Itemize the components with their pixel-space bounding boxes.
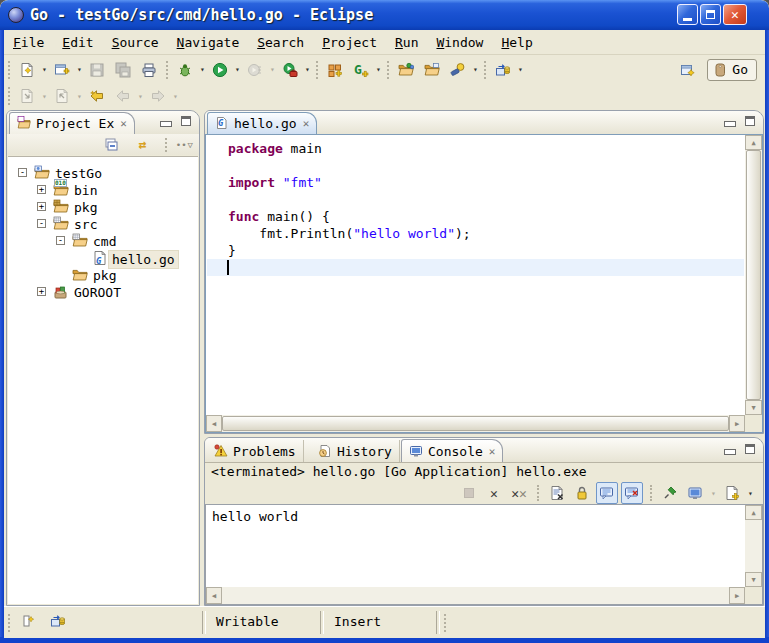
scroll-right-button[interactable]: ▶	[729, 587, 745, 604]
expand-expander[interactable]: +	[37, 202, 46, 211]
tab-problems[interactable]: Problems	[207, 440, 304, 462]
editor-tab-close-icon[interactable]: ✕	[303, 117, 310, 130]
tab-hello-go[interactable]: G hello.go ✕	[207, 112, 317, 134]
scroll-left-button[interactable]: ◀	[206, 587, 222, 604]
toolbar-grip[interactable]	[165, 138, 167, 152]
minimize-view-button[interactable]	[160, 121, 172, 127]
external-tools-button[interactable]	[277, 58, 303, 82]
menu-project[interactable]: Project	[313, 33, 386, 52]
menu-file[interactable]: File	[4, 33, 53, 52]
scroll-lock-button[interactable]	[571, 482, 593, 504]
import-button[interactable]	[393, 58, 419, 82]
toolbar-grip[interactable]	[537, 485, 539, 501]
debug-button[interactable]	[172, 58, 198, 82]
synchronize-button[interactable]	[490, 58, 516, 82]
scrollbar-thumb[interactable]	[746, 150, 761, 400]
next-annotation-button[interactable]	[14, 84, 40, 108]
print-button[interactable]	[136, 58, 162, 82]
tab-console[interactable]: Console ✕	[401, 439, 503, 462]
menu-navigate[interactable]: Navigate	[168, 33, 249, 52]
expand-expander[interactable]: +	[37, 287, 46, 296]
synchronize-status-icon[interactable]	[50, 613, 66, 629]
new-wizard-button[interactable]	[14, 58, 40, 82]
back-button[interactable]	[110, 84, 136, 108]
scroll-right-button[interactable]: ▶	[729, 415, 745, 432]
debug-dropdown[interactable]: ▾	[198, 65, 207, 74]
project-explorer-close-icon[interactable]: ✕	[120, 117, 127, 130]
new-go-dropdown[interactable]: ▾	[374, 65, 383, 74]
editor-vertical-scrollbar[interactable]: ▲ ▼	[745, 135, 762, 415]
last-edit-location-button[interactable]	[84, 84, 110, 108]
console-tab-close-icon[interactable]: ✕	[489, 445, 496, 458]
remove-launch-button[interactable]: ✕	[483, 482, 505, 504]
tab-project-explorer[interactable]: Project Ex ✕	[9, 112, 135, 134]
display-console-dropdown[interactable]: ▾	[709, 489, 718, 498]
scroll-up-button[interactable]: ▲	[745, 135, 762, 150]
collapse-all-button[interactable]	[99, 135, 125, 155]
save-button[interactable]	[84, 58, 110, 82]
new-wizard-dropdown[interactable]: ▾	[40, 65, 49, 74]
console-output-area[interactable]: hello world ▲ ▼ ◀ ▶	[205, 504, 763, 605]
maximize-console-button[interactable]	[745, 444, 755, 454]
previous-annotation-button[interactable]	[49, 84, 75, 108]
toolbar-grip[interactable]	[484, 61, 486, 79]
maximize-view-button[interactable]	[181, 116, 191, 126]
save-all-button[interactable]	[110, 58, 136, 82]
toolbar-grip[interactable]	[8, 87, 10, 105]
show-stderr-toggle[interactable]	[621, 482, 643, 504]
external-tools-dropdown[interactable]: ▾	[303, 65, 312, 74]
tree-item-cmd[interactable]: - cmd	[8, 233, 198, 250]
toolbar-grip[interactable]	[166, 61, 168, 79]
export-button[interactable]	[419, 58, 445, 82]
view-menu-button[interactable]: •• ▽	[176, 140, 193, 150]
scroll-down-button[interactable]: ▼	[745, 572, 762, 587]
collapse-expander[interactable]: -	[18, 168, 27, 177]
fast-view-icon[interactable]	[20, 613, 36, 629]
clear-console-button[interactable]	[546, 482, 568, 504]
menu-run[interactable]: Run	[386, 33, 427, 52]
tree-item-goroot[interactable]: + GOROOT	[8, 284, 198, 301]
next-annotation-dropdown[interactable]: ▾	[40, 92, 49, 101]
previous-annotation-dropdown[interactable]: ▾	[75, 92, 84, 101]
maximize-editor-button[interactable]	[745, 116, 755, 126]
tree-item-testgo[interactable]: - testGo	[8, 165, 198, 182]
forward-button[interactable]	[145, 84, 171, 108]
tree-item-pkg[interactable]: + pkg	[8, 199, 198, 216]
tree-label-bin[interactable]: bin	[71, 182, 100, 199]
console-vertical-scrollbar[interactable]: ▲ ▼	[745, 505, 762, 587]
profile-button[interactable]	[242, 58, 268, 82]
tree-item-src[interactable]: - src	[8, 216, 198, 233]
scroll-down-button[interactable]: ▼	[745, 400, 762, 415]
expand-expander[interactable]: +	[37, 185, 46, 194]
toolbar-grip[interactable]	[650, 485, 652, 501]
maximize-button[interactable]	[700, 4, 721, 25]
collapse-expander[interactable]: -	[37, 219, 46, 228]
search-dropdown[interactable]: ▾	[471, 65, 480, 74]
tree-label-pkg2[interactable]: pkg	[90, 267, 119, 284]
menu-window[interactable]: Window	[427, 33, 492, 52]
open-console-button[interactable]	[721, 482, 743, 504]
code-editor[interactable]: package main import "fmt" func main() { …	[205, 134, 763, 433]
new-plugin-button[interactable]	[322, 58, 348, 82]
run-dropdown[interactable]: ▾	[233, 65, 242, 74]
tree-item-hello-go[interactable]: G hello.go	[8, 250, 198, 267]
go-perspective-button[interactable]: Go	[707, 59, 757, 81]
display-selected-console-button[interactable]	[684, 482, 706, 504]
menu-help[interactable]: Help	[492, 33, 541, 52]
console-horizontal-scrollbar[interactable]: ◀ ▶	[206, 587, 745, 604]
run-button[interactable]	[207, 58, 233, 82]
menu-search[interactable]: Search	[248, 33, 313, 52]
link-with-editor-button[interactable]: ⇄	[130, 135, 156, 155]
close-button[interactable]: ✕	[723, 4, 747, 25]
open-perspective-button[interactable]	[675, 58, 701, 82]
back-dropdown[interactable]: ▾	[136, 92, 145, 101]
pin-console-button[interactable]	[659, 482, 681, 504]
new-project-button[interactable]	[49, 58, 75, 82]
scroll-left-button[interactable]: ◀	[206, 415, 222, 432]
titlebar[interactable]: Go - testGo/src/cmd/hello.go - Eclipse	[0, 0, 769, 30]
tree-label-cmd[interactable]: cmd	[90, 233, 119, 250]
tree-label-goroot[interactable]: GOROOT	[71, 284, 124, 301]
new-go-element-button[interactable]: G	[348, 58, 374, 82]
search-button[interactable]	[445, 58, 471, 82]
open-console-dropdown[interactable]: ▾	[746, 489, 755, 498]
